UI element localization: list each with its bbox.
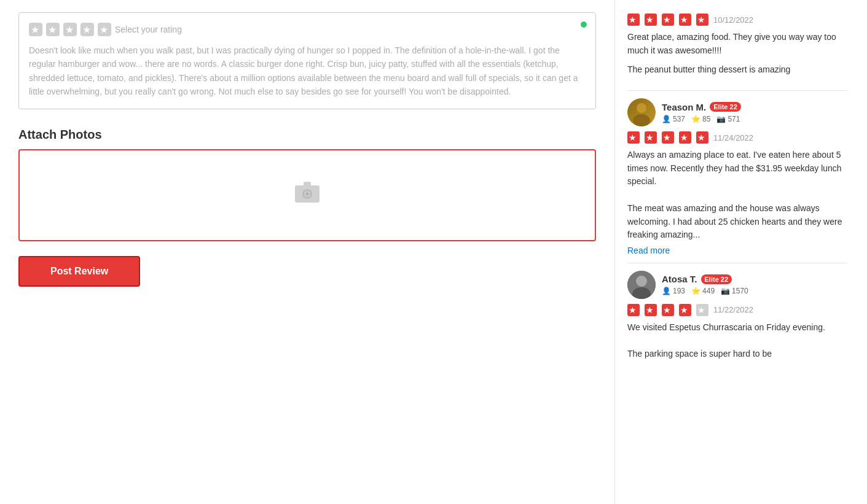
reviewer-name-row-teason: Teason M. Elite 22 (662, 102, 741, 112)
avatar-teason (627, 98, 656, 126)
reviewer-header-teason: Teason M. Elite 22 👤 537 ⭐ 85 (627, 98, 848, 126)
review-item-top: 10/12/2022 Great place, amazing food. Th… (627, 6, 848, 91)
reviewer-stats-atosa: 👤 193 ⭐ 449 📷 1570 (662, 287, 748, 295)
reviewer-name-row-atosa: Atosa T. Elite 22 (662, 274, 748, 284)
review-date-teason: 11/24/2022 (713, 133, 753, 142)
photos-icon-teason: 📷 (716, 115, 726, 123)
star-5[interactable] (98, 23, 111, 36)
star-1[interactable] (29, 23, 42, 36)
stat-reviews-atosa: ⭐ 449 (691, 287, 715, 295)
star-t3 (662, 131, 674, 144)
friends-icon-atosa: 👤 (662, 287, 671, 295)
avatar-atosa (627, 271, 656, 299)
star-f5 (696, 14, 708, 26)
left-panel: Select your rating Doesn't look like muc… (0, 0, 614, 504)
svg-point-6 (637, 103, 646, 113)
attach-section: Attach Photos (18, 128, 596, 241)
star-4[interactable] (80, 23, 94, 36)
top-review-body-2: The peanut butter thing dessert is amazi… (627, 63, 848, 77)
reviewer-info-teason: Teason M. Elite 22 👤 537 ⭐ 85 (662, 102, 741, 123)
svg-point-7 (633, 114, 650, 126)
photos-count-atosa: 1570 (732, 287, 748, 295)
star-f1 (627, 14, 640, 26)
review-item-teason: Teason M. Elite 22 👤 537 ⭐ 85 (627, 91, 848, 263)
friends-icon: 👤 (662, 115, 671, 123)
review-body-teason: Always an amazing place to eat. I've eat… (627, 149, 848, 242)
stars-row-atosa: 11/22/2022 (627, 304, 848, 316)
photos-count-teason: 571 (728, 115, 740, 123)
star-a2 (645, 304, 657, 316)
top-review-body-1: Great place, amazing food. They give you… (627, 31, 848, 57)
star-f3 (662, 14, 674, 26)
review-date-top: 10/12/2022 (713, 15, 753, 25)
online-indicator (581, 21, 587, 28)
right-panel: 10/12/2022 Great place, amazing food. Th… (614, 0, 860, 504)
stat-friends-teason: 👤 537 (662, 115, 685, 123)
stars-row-top: 10/12/2022 (627, 14, 848, 26)
reviews-icon-teason: ⭐ (691, 115, 700, 123)
star-t2 (645, 131, 657, 144)
reviewer-name-teason: Teason M. (662, 102, 706, 112)
attach-photos-title: Attach Photos (18, 128, 596, 142)
review-body-atosa: We visited Espetus Churrascaria on Frida… (627, 321, 848, 361)
stat-photos-atosa: 📷 1570 (721, 287, 748, 295)
read-more-link-teason[interactable]: Read more (627, 246, 670, 255)
friends-count-teason: 537 (673, 115, 685, 123)
star-f2 (645, 14, 657, 26)
reviewer-info-atosa: Atosa T. Elite 22 👤 193 ⭐ 449 (662, 274, 748, 295)
photo-upload-box[interactable] (18, 149, 596, 241)
friends-count-atosa: 193 (673, 287, 685, 295)
review-item-atosa: Atosa T. Elite 22 👤 193 ⭐ 449 (627, 263, 848, 372)
star-t4 (679, 131, 691, 144)
elite-badge-teason: Elite 22 (710, 102, 741, 112)
star-2[interactable] (46, 23, 60, 36)
stat-reviews-teason: ⭐ 85 (691, 115, 710, 123)
star-a3 (662, 304, 674, 316)
post-review-button[interactable]: Post Review (18, 256, 140, 287)
star-3[interactable] (63, 23, 77, 36)
star-a4 (679, 304, 691, 316)
star-a5-empty (696, 304, 708, 316)
page-layout: Select your rating Doesn't look like muc… (0, 0, 867, 504)
elite-badge-atosa: Elite 22 (701, 274, 732, 284)
reviewer-name-atosa: Atosa T. (662, 274, 697, 284)
review-date-atosa: 11/22/2022 (713, 305, 753, 314)
star-a1 (627, 304, 640, 316)
rating-label: Select your rating (115, 25, 182, 34)
reviews-icon-atosa: ⭐ (691, 287, 700, 295)
star-t5 (696, 131, 708, 144)
star-t1 (627, 131, 640, 144)
review-box: Select your rating Doesn't look like muc… (18, 12, 596, 109)
svg-rect-1 (304, 182, 311, 187)
svg-point-9 (636, 276, 647, 287)
stars-row-teason: 11/24/2022 (627, 131, 848, 144)
reviews-count-teason: 85 (702, 115, 710, 123)
rating-row: Select your rating (29, 23, 586, 36)
reviews-count-atosa: 449 (702, 287, 715, 295)
review-text: Doesn't look like much when you walk pas… (29, 44, 586, 99)
reviewer-header-atosa: Atosa T. Elite 22 👤 193 ⭐ 449 (627, 271, 848, 299)
photos-icon-atosa: 📷 (721, 287, 730, 295)
camera-icon (295, 182, 320, 208)
stat-photos-teason: 📷 571 (716, 115, 740, 123)
stat-friends-atosa: 👤 193 (662, 287, 685, 295)
star-f4 (679, 14, 691, 26)
reviewer-stats-teason: 👤 537 ⭐ 85 📷 571 (662, 115, 741, 123)
